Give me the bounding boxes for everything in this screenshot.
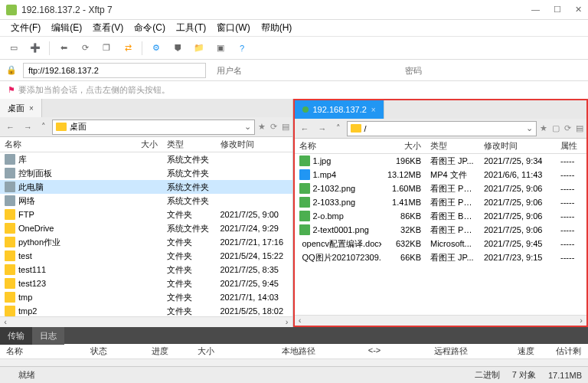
file-row[interactable]: 控制面板系统文件夹 — [0, 166, 292, 180]
file-row[interactable]: 1.jpg196KB看图王 JP...2021/7/25, 9:34----- — [295, 154, 587, 168]
refresh-icon[interactable]: ⟳ — [77, 41, 93, 56]
file-icon — [5, 168, 15, 178]
flag-icon: ⚑ — [8, 85, 15, 95]
file-icon — [299, 155, 310, 166]
local-tab[interactable]: 桌面× — [0, 99, 42, 117]
lock-icon: 🔒 — [6, 65, 17, 75]
address-input[interactable] — [23, 63, 206, 78]
file-icon — [5, 250, 15, 261]
remote-path-input[interactable]: /⌄ — [347, 121, 537, 136]
nav-back-icon[interactable]: ← — [298, 123, 312, 135]
new-session-icon[interactable]: ▭ — [6, 41, 21, 56]
close-button[interactable]: ✕ — [575, 5, 582, 15]
refresh-icon[interactable]: ⟳ — [270, 122, 277, 132]
nav-back-icon[interactable]: ← — [3, 121, 18, 133]
menu-tools[interactable]: 工具(T) — [172, 20, 211, 36]
status-ready: 就绪 — [18, 369, 35, 381]
remote-file-list[interactable]: 1.jpg196KB看图王 JP...2021/7/25, 9:34-----1… — [295, 154, 587, 315]
back-icon[interactable]: ⬅ — [56, 41, 71, 56]
folder-icon — [56, 123, 67, 131]
local-path-input[interactable]: 桌面⌄ — [52, 119, 255, 135]
remote-header: 名称 大小 类型 修改时间 属性 — [295, 139, 587, 154]
menu-commands[interactable]: 命令(C) — [129, 20, 170, 36]
folder-icon — [351, 124, 361, 133]
menu-help[interactable]: 帮助(H) — [256, 20, 297, 36]
close-icon[interactable]: × — [29, 104, 34, 113]
menu-edit[interactable]: 编辑(E) — [47, 20, 87, 36]
address-bar: 🔒 — [0, 60, 588, 81]
file-row[interactable]: 2-1032.png1.60MB看图王 PN...2021/7/25, 9:06… — [295, 182, 587, 195]
file-row[interactable]: 2-o.bmp86KB看图王 BM...2021/7/25, 9:06----- — [295, 209, 587, 223]
terminal-icon[interactable]: ▣ — [213, 41, 228, 56]
status-objects: 7 对象 — [512, 369, 536, 381]
transfer-tabs: 传输 日志 — [0, 327, 588, 344]
file-row[interactable]: FTP文件夹2021/7/25, 9:00 — [0, 208, 292, 221]
menubar: 文件(F) 编辑(E) 查看(V) 命令(C) 工具(T) 窗口(W) 帮助(H… — [0, 20, 588, 37]
local-pane: 桌面× ← → ˄ 桌面⌄ ★ ⟳ ▤ 名称 大小 类型 修改时间 库系统文件夹… — [0, 99, 293, 327]
hint-text: 要添加当前会话，点击左侧的箭头按钮。 — [18, 84, 170, 96]
connect-icon[interactable]: ➕ — [28, 41, 43, 56]
file-row[interactable]: 1.mp413.12MBMP4 文件2021/6/6, 11:43----- — [295, 168, 587, 182]
file-row[interactable]: test文件夹2021/5/24, 15:22 — [0, 249, 292, 263]
file-icon — [299, 183, 310, 194]
file-row[interactable]: 库系统文件夹 — [0, 152, 292, 166]
file-icon — [299, 169, 310, 180]
remote-pane: 192.168.137.2× ← → ˄ /⌄ ★ ▢ ⟳ ▤ 名称 大小 类型… — [293, 99, 589, 327]
file-icon — [5, 264, 15, 275]
file-row[interactable]: tmp文件夹2021/7/1, 14:03 — [0, 290, 292, 304]
password-input[interactable] — [400, 63, 582, 78]
file-icon — [5, 237, 15, 247]
file-row[interactable]: 2-text0001.png32KB看图王 PN...2021/7/25, 9:… — [295, 223, 587, 237]
file-row[interactable]: 网络系统文件夹 — [0, 194, 292, 208]
file-icon — [5, 195, 15, 206]
status-size: 17.11MB — [548, 371, 582, 380]
window-title: 192.168.137.2 - Xftp 7 — [21, 5, 531, 15]
nav-up-icon[interactable]: ˄ — [38, 120, 49, 133]
refresh-icon[interactable]: ⟳ — [564, 123, 571, 133]
transfer-tab[interactable]: 传输 — [0, 327, 32, 345]
file-row[interactable]: tmp2文件夹2021/5/25, 18:02 — [0, 304, 292, 316]
file-row[interactable]: 此电脑系统文件夹 — [0, 180, 292, 194]
menu-file[interactable]: 文件(F) — [6, 20, 45, 36]
local-file-list[interactable]: 库系统文件夹控制面板系统文件夹此电脑系统文件夹网络系统文件夹FTP文件夹2021… — [0, 152, 292, 316]
nav-up-icon[interactable]: ˄ — [333, 122, 344, 135]
file-icon — [5, 209, 15, 220]
status-encoding: 二进制 — [475, 369, 500, 381]
file-row[interactable]: test123文件夹2021/7/25, 9:45 — [0, 277, 292, 290]
close-icon[interactable]: × — [371, 106, 376, 114]
file-row[interactable]: test111文件夹2021/7/25, 8:35 — [0, 263, 292, 277]
remote-tab[interactable]: 192.168.137.2× — [295, 100, 384, 119]
log-tab[interactable]: 日志 — [32, 327, 64, 345]
file-row[interactable]: 2-1033.png1.41MB看图王 PN...2021/7/25, 9:06… — [295, 195, 587, 209]
menu-view[interactable]: 查看(V) — [88, 20, 128, 36]
nav-fwd-icon[interactable]: → — [315, 123, 330, 135]
help-icon[interactable]: ? — [234, 41, 250, 56]
maximize-button[interactable]: ☐ — [554, 5, 561, 15]
list-icon[interactable]: ▤ — [282, 122, 289, 132]
file-row[interactable]: opencv配置编译.docx632KBMicrosoft...2021/7/2… — [295, 237, 587, 250]
file-icon — [5, 292, 15, 303]
status-bar: 就绪 二进制 7 对象 17.11MB — [0, 366, 588, 383]
file-icon — [299, 224, 310, 235]
file-row[interactable]: OneDrive系统文件夹2021/7/24, 9:29 — [0, 221, 292, 235]
username-input[interactable] — [212, 63, 394, 78]
file-row[interactable]: QQ图片2021072309...66KB看图王 JP...2021/7/23,… — [295, 250, 587, 264]
bookmark-icon[interactable]: ⛊ — [170, 41, 185, 56]
file-row[interactable]: python作业文件夹2021/7/21, 17:16 — [0, 235, 292, 249]
newfolder-icon[interactable]: ▢ — [552, 123, 560, 133]
file-icon — [5, 182, 15, 192]
folder-icon[interactable]: 📁 — [191, 41, 207, 56]
transfer-icon[interactable]: ⇄ — [120, 41, 136, 56]
file-icon — [5, 278, 15, 289]
star-icon[interactable]: ★ — [540, 123, 547, 133]
list-icon[interactable]: ▤ — [576, 123, 583, 133]
minimize-button[interactable]: — — [531, 5, 540, 15]
settings-icon[interactable]: ⚙ — [149, 41, 164, 56]
sync-icon[interactable]: ❐ — [99, 41, 114, 56]
nav-fwd-icon[interactable]: → — [21, 121, 35, 133]
star-icon[interactable]: ★ — [258, 122, 266, 132]
menu-window[interactable]: 窗口(W) — [212, 20, 254, 36]
file-icon — [5, 306, 15, 316]
app-icon — [6, 5, 17, 15]
file-icon — [299, 197, 310, 208]
